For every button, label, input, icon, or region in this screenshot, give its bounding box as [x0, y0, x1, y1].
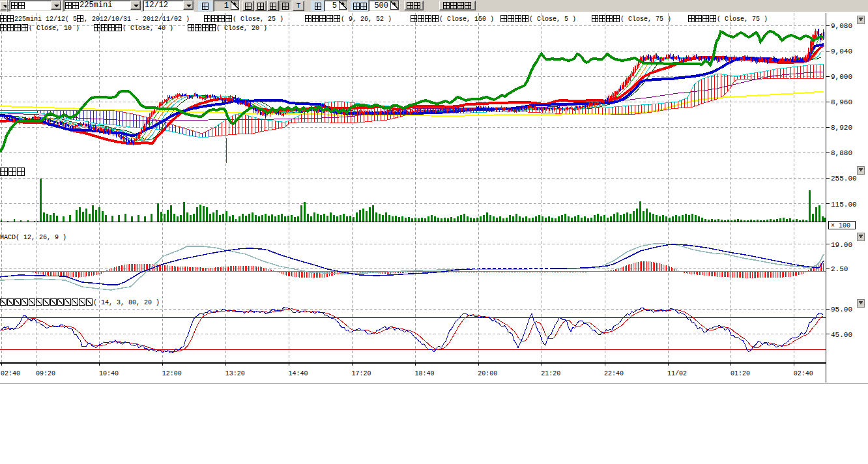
svg-text:( Close, 20 ): ( Close, 20 ) [216, 25, 267, 32]
svg-text:19.00: 19.00 [831, 241, 852, 249]
svg-text:8,920: 8,920 [831, 124, 852, 132]
svg-text:( Close, 40 ): ( Close, 40 ) [123, 25, 173, 32]
svg-text:9,000: 9,000 [831, 73, 852, 81]
svg-text:( 9, 26, 52 ): ( 9, 26, 52 ) [341, 16, 392, 23]
svg-text:( Close, 25 ): ( Close, 25 ) [233, 16, 283, 23]
svg-text:01:20: 01:20 [731, 370, 750, 377]
svg-text:13:20: 13:20 [225, 370, 245, 377]
svg-text:02:40: 02:40 [794, 370, 813, 377]
svg-text:( Close, 75 ): ( Close, 75 ) [620, 16, 671, 23]
svg-text:14:40: 14:40 [289, 370, 308, 377]
svg-text:02:40: 02:40 [1, 370, 20, 377]
svg-text:( Close, 150 ): ( Close, 150 ) [439, 16, 494, 23]
svg-text:8,880: 8,880 [831, 149, 852, 157]
svg-text:9,080: 9,080 [831, 22, 852, 30]
svg-text:09:20: 09:20 [36, 370, 55, 377]
svg-text:10:40: 10:40 [99, 370, 119, 377]
svg-text:( 14, 3, 80, 20 ): ( 14, 3, 80, 20 ) [93, 299, 160, 306]
svg-text:255.00: 255.00 [831, 175, 857, 182]
svg-text:( Close, 10 ): ( Close, 10 ) [29, 25, 80, 32]
svg-text:× 100: × 100 [831, 222, 850, 229]
svg-text:2.50: 2.50 [831, 265, 848, 273]
svg-text:21:20: 21:20 [541, 370, 560, 377]
svg-text:( Close, 75 ): ( Close, 75 ) [717, 16, 768, 23]
svg-text:225mini 12/12( 5: 225mini 12/12( 5 [14, 16, 77, 23]
svg-text:18:40: 18:40 [414, 370, 434, 377]
svg-text:95.00: 95.00 [831, 306, 852, 313]
svg-text:( Close, 5 ): ( Close, 5 ) [529, 16, 576, 23]
svg-text:20:00: 20:00 [478, 370, 497, 377]
svg-text:, 2012/10/31 - 2012/11/02 ): , 2012/10/31 - 2012/11/02 ) [84, 16, 190, 23]
svg-text:MACD( 12, 26, 9 ): MACD( 12, 26, 9 ) [0, 234, 66, 241]
svg-text:9,040: 9,040 [831, 48, 852, 55]
svg-text:45.00: 45.00 [831, 331, 852, 339]
svg-text:22:40: 22:40 [604, 370, 624, 377]
svg-text:115.00: 115.00 [831, 201, 857, 209]
svg-text:11/02: 11/02 [667, 370, 687, 377]
svg-text:8,960: 8,960 [831, 98, 852, 106]
svg-text:12:00: 12:00 [162, 370, 182, 377]
svg-text:17:20: 17:20 [352, 370, 371, 377]
